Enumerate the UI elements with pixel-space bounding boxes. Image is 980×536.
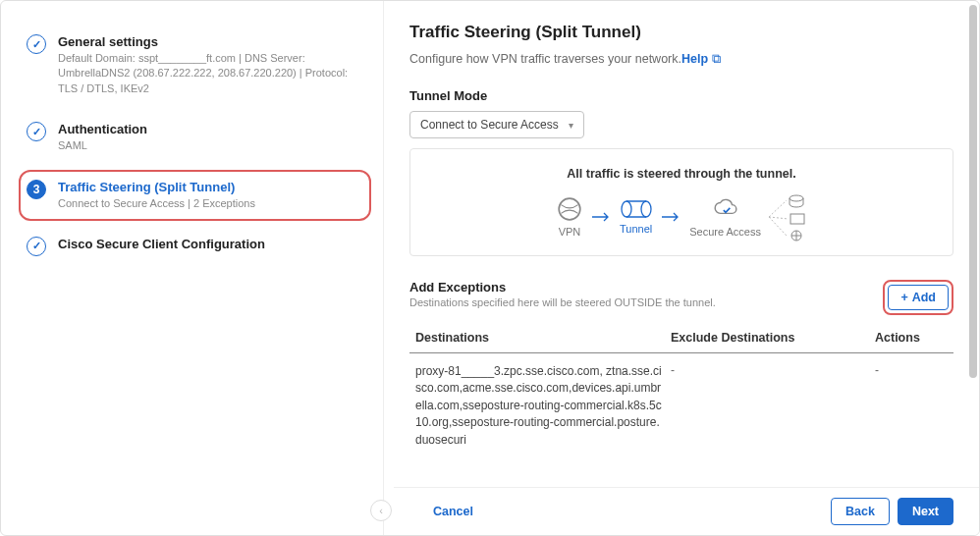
diagram-title: All traffic is steered through the tunne…: [420, 167, 943, 181]
help-link[interactable]: Help: [681, 52, 708, 66]
cell-actions: -: [875, 363, 953, 449]
tunnel-mode-value: Connect to Secure Access: [420, 118, 559, 132]
cloud-shield-icon: [713, 196, 738, 222]
step-authentication[interactable]: Authentication SAML: [19, 112, 371, 163]
step-subtitle: Connect to Secure Access | 2 Exceptions: [58, 196, 363, 211]
tunnel-diagram: All traffic is steered through the tunne…: [409, 148, 953, 256]
diagram-vpn-label: VPN: [559, 226, 581, 238]
vpn-globe-icon: [557, 196, 582, 222]
check-icon: [27, 122, 46, 141]
pager-prev-button[interactable]: ‹: [370, 500, 392, 521]
wizard-sidebar: General settings Default Domain: sspt___…: [1, 1, 384, 535]
next-button[interactable]: Next: [898, 498, 953, 525]
col-actions-header: Actions: [875, 331, 953, 345]
col-destinations-header: Destinations: [409, 331, 665, 345]
table-row: proxy-81_____3.zpc.sse.cisco.com, ztna.s…: [409, 353, 953, 458]
col-exclude-header: Exclude Destinations: [665, 331, 875, 345]
step-title: Traffic Steering (Split Tunnel): [58, 180, 363, 194]
step-general-settings[interactable]: General settings Default Domain: sspt___…: [19, 25, 371, 106]
chevron-down-icon: ▾: [569, 120, 573, 131]
page-intro: Configure how VPN traffic traverses your…: [409, 52, 953, 67]
check-icon: [27, 34, 46, 54]
footer: Cancel Back Next: [394, 487, 979, 535]
step-number-icon: 3: [27, 180, 46, 199]
svg-rect-6: [790, 214, 804, 224]
plus-icon: +: [900, 291, 907, 304]
tunnel-mode-select[interactable]: Connect to Secure Access ▾: [409, 111, 584, 138]
add-button-highlight: + Add: [883, 280, 953, 315]
svg-point-2: [641, 201, 651, 217]
external-link-icon: ⧉: [712, 52, 721, 66]
step-title: Authentication: [58, 122, 363, 136]
step-title: General settings: [58, 34, 363, 49]
step-subtitle: SAML: [58, 138, 363, 153]
cancel-button[interactable]: Cancel: [419, 499, 487, 524]
cell-destinations: proxy-81_____3.zpc.sse.cisco.com, ztna.s…: [409, 363, 665, 449]
scrollbar-thumb[interactable]: [969, 5, 977, 378]
tunnel-mode-label: Tunnel Mode: [409, 88, 953, 103]
check-icon: [27, 237, 46, 256]
exceptions-table: Destinations Exclude Destinations Action…: [409, 331, 953, 458]
tunnel-icon: [621, 199, 652, 219]
scrollbar[interactable]: [969, 5, 977, 531]
svg-point-0: [559, 198, 580, 220]
back-button[interactable]: Back: [831, 498, 890, 525]
step-title: Cisco Secure Client Configuration: [58, 237, 363, 251]
app-frame: General settings Default Domain: sspt___…: [0, 0, 980, 536]
resources-icon: [767, 192, 806, 241]
step-subtitle: Default Domain: sspt________ft.com | DNS…: [58, 51, 363, 96]
step-cisco-secure-client[interactable]: Cisco Secure Client Configuration: [19, 227, 371, 266]
svg-point-1: [622, 201, 631, 217]
page-title: Traffic Steering (Split Tunnel): [409, 23, 953, 42]
diagram-secure-label: Secure Access: [689, 226, 761, 238]
main-panel: Traffic Steering (Split Tunnel) Configur…: [384, 1, 979, 535]
step-traffic-steering[interactable]: 3 Traffic Steering (Split Tunnel) Connec…: [19, 170, 371, 221]
diagram-tunnel-label: Tunnel: [620, 223, 652, 235]
exceptions-title: Add Exceptions: [409, 280, 716, 295]
arrow-icon: [592, 212, 610, 222]
cell-exclude: -: [665, 363, 875, 449]
exceptions-hint: Destinations specified here will be stee…: [409, 296, 716, 308]
arrow-icon: [662, 212, 680, 222]
svg-point-5: [789, 195, 803, 201]
add-exception-button[interactable]: + Add: [888, 285, 949, 310]
